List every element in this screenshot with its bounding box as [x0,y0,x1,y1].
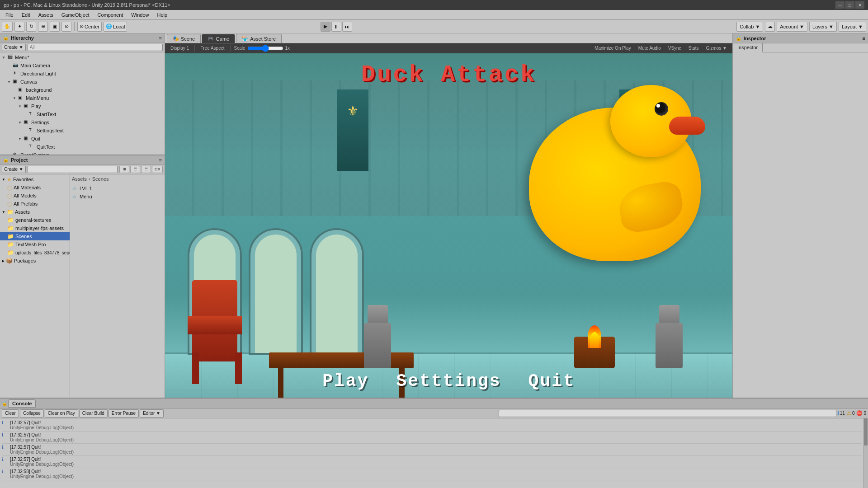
menu-assets[interactable]: Assets [35,11,57,19]
project-all-prefabs[interactable]: ◯ All Prefabs [0,200,70,208]
tree-item-directional-light[interactable]: ☀ Directional Light [0,70,165,78]
editor-button[interactable]: Editor ▼ [140,409,164,418]
inspector-menu-icon[interactable]: ≡ [863,36,865,41]
maximize-on-play-btn[interactable]: Maximize On Play [593,45,633,51]
console-search-input[interactable] [499,410,836,417]
tree-label: QuitText [37,144,55,150]
rotate-tool-button[interactable]: ↻ [26,22,36,32]
project-view-btn3[interactable]: ☵ [141,166,151,173]
vsync-btn[interactable]: VSync [666,45,683,51]
tab-inspector[interactable]: Inspector [733,43,763,52]
project-view-btn1[interactable]: ⊞ [119,166,129,173]
console-scrollbar[interactable] [863,418,868,488]
hierarchy-menu-icon[interactable]: ≡ [159,35,162,41]
project-assets-root[interactable]: ▼ 📁 Assets [0,208,70,216]
mute-audio-btn[interactable]: Mute Audio [637,45,663,51]
hierarchy-create-button[interactable]: Create ▼ [2,44,26,51]
clear-build-button[interactable]: Clear Build [79,409,108,418]
project-favorites[interactable]: ▼ ★ Favorites [0,175,70,183]
menu-component[interactable]: Component [94,11,127,19]
layers-button[interactable]: Layers ▼ [809,22,837,32]
project-view-btn2[interactable]: ☰ [130,166,140,173]
collapse-button[interactable]: Collapse [20,409,44,418]
console-log-4[interactable]: ℹ [17:32:58] Quit! UnityEngine.Debug.Log… [2,468,862,480]
tree-item-settingstext[interactable]: T SettingsText [0,127,165,135]
project-textmesh-pro[interactable]: 📁 TextMesh Pro [0,240,70,249]
game-quit-button[interactable]: Quit [528,371,575,391]
tree-item-starttext[interactable]: T StartText [0,110,165,118]
scale-slider[interactable] [247,47,283,50]
console-log-0[interactable]: ℹ [17:32:57] Quit! UnityEngine.Debug.Log… [2,419,862,432]
fire [583,325,606,348]
tree-item-eventsystem[interactable]: ⚙ EventSystem [0,151,165,155]
project-all-models[interactable]: ◯ All Models [0,192,70,200]
tree-item-mainmenu[interactable]: ▼ ▣ MainMenu [0,94,165,102]
tree-item-play[interactable]: ▼ ▣ Play [0,102,165,110]
game-play-button[interactable]: Play [322,371,369,391]
project-menu-icon[interactable]: ≡ [159,157,162,163]
close-button[interactable]: ✕ [855,1,864,9]
display-selector[interactable]: Display 1 [169,45,191,51]
maximize-button[interactable]: □ [845,1,854,9]
pause-button[interactable]: ⏸ [331,22,341,32]
menu-help[interactable]: Help [153,11,171,19]
stats-btn[interactable]: Stats [687,45,701,51]
play-button[interactable]: ▶ [321,22,330,32]
project-uploads[interactable]: 📁 uploads_files_834778_sepe… [0,249,70,257]
arrow-icon: ▼ [2,178,5,182]
scale-tool-button[interactable]: ⊕ [38,22,48,32]
account-button[interactable]: Account ▼ [777,22,807,32]
aspect-selector[interactable]: Free Aspect [198,45,226,51]
menu-window[interactable]: Window [127,11,152,19]
project-file-lvl1[interactable]: ⊙ LVL 1 [72,184,163,192]
rect-tool-button[interactable]: ▣ [50,22,60,32]
hand-tool-button[interactable]: ✋ [2,22,13,32]
game-settings-button[interactable]: Setttings [396,371,501,391]
object-icon: ▣ [24,103,30,109]
tree-item-canvas[interactable]: ▼ ▣ Canvas [0,78,165,86]
project-packages[interactable]: ▶ 📦 Packages [0,257,70,265]
transform-tool-button[interactable]: ⊘ [61,22,71,32]
collab-button[interactable]: Collab ▼ [736,22,763,32]
project-all-materials[interactable]: ◯ All Materials [0,183,70,192]
tree-item-main-camera[interactable]: 📷 Main Camera [0,61,165,70]
scale-value: 1x [285,46,290,51]
clear-button[interactable]: Clear [2,409,19,418]
console-tab[interactable]: Console [8,399,36,408]
pivot-button[interactable]: ⊙ Center [77,22,102,32]
move-tool-button[interactable]: ✦ [14,22,24,32]
tree-item-quit[interactable]: ▼ ▣ Quit [0,135,165,143]
menu-file[interactable]: File [2,11,17,19]
throne-leg-right [235,352,242,384]
space-button[interactable]: 🌐 Local [104,22,127,32]
gizmos-btn[interactable]: Gizmos ▼ [704,45,729,51]
menu-edit[interactable]: Edit [18,11,34,19]
minimize-button[interactable]: ─ [835,1,844,9]
project-general-textures[interactable]: 📁 general-textures [0,216,70,224]
step-button[interactable]: ⏭ [342,22,352,32]
project-create-button[interactable]: Create ▼ [2,166,26,173]
project-multiplayer-fps[interactable]: 📁 multiplayer-fps-assets [0,224,70,232]
project-slider[interactable]: ⊡9 [152,166,163,173]
tree-item-menu[interactable]: ▼ 🎬 Menu* [0,53,165,61]
tab-scene[interactable]: 🎭 Scene [167,34,201,43]
throne-leg-left [192,352,199,384]
project-file-menu[interactable]: ⊙ Menu [72,192,163,201]
menu-gameobject[interactable]: GameObject [58,11,93,19]
error-pause-button[interactable]: Error Pause [108,409,139,418]
console-log-1[interactable]: ℹ [17:32:57] Quit! UnityEngine.Debug.Log… [2,432,862,444]
tab-asset-store[interactable]: 🏪 Asset Store [236,34,282,43]
center-panel: 🎭 Scene 🎮 Game 🏪 Asset Store Display 1 F… [165,33,732,398]
cloud-button[interactable]: ☁ [765,22,775,32]
console-log-3[interactable]: ℹ [17:32:57] Quit! UnityEngine.Debug.Log… [2,456,862,468]
hierarchy-search-input[interactable] [28,44,163,51]
project-scenes-folder[interactable]: 📁 Scenes [0,232,70,240]
tree-item-quittext[interactable]: T QuitText [0,143,165,151]
project-search-input[interactable] [28,166,118,173]
tab-game[interactable]: 🎮 Game [202,34,235,43]
console-log-2[interactable]: ℹ [17:32:57] Quit! UnityEngine.Debug.Log… [2,444,862,456]
layout-button[interactable]: Layout ▼ [839,22,866,32]
tree-item-background[interactable]: ▣ background [0,86,165,94]
clear-on-play-button[interactable]: Clear on Play [45,409,78,418]
tree-item-settings[interactable]: ▼ ▣ Settings [0,118,165,127]
